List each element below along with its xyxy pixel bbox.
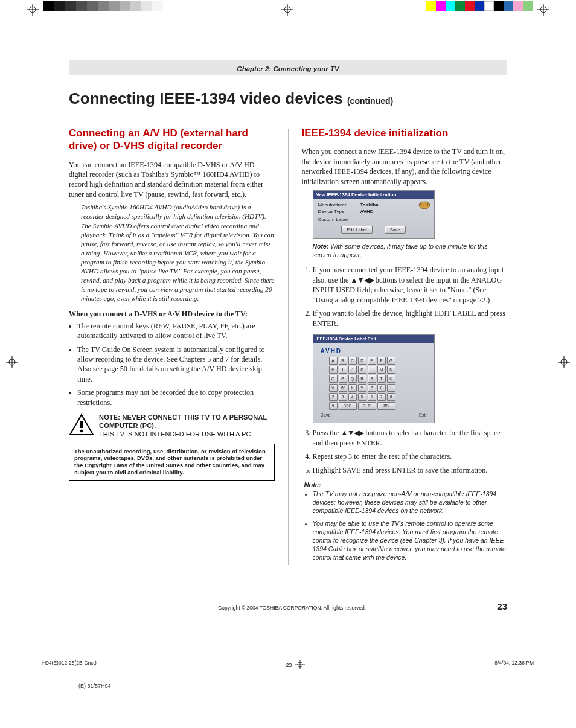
symbio-description: Toshiba's Symbio 160HD4 AVHD (audio/vide… <box>81 203 275 303</box>
keyboard-key[interactable]: CLR <box>358 402 376 410</box>
step-5: Highlight SAVE and press ENTER to save t… <box>313 465 508 475</box>
keyboard-key[interactable]: U <box>387 375 395 383</box>
keyboard-key[interactable]: G <box>387 357 395 365</box>
keyboard-key[interactable]: R <box>358 375 366 383</box>
keyboard-key[interactable]: 7 <box>377 393 386 401</box>
keyboard-key[interactable]: 8 <box>387 393 395 401</box>
svg-point-17 <box>80 430 83 433</box>
right-intro: When you connect a new IEEE-1394 device … <box>302 147 508 187</box>
keyboard-key[interactable]: SPC <box>339 402 357 410</box>
left-column: Connecting an A/V HD (external hard driv… <box>69 127 275 565</box>
keyboard-key[interactable]: A <box>329 357 338 365</box>
label-field[interactable]: AVHD_ <box>318 346 429 356</box>
keyboard-key[interactable]: V <box>329 384 338 392</box>
step-2: If you want to label the device, highlig… <box>313 308 508 328</box>
keyboard-key[interactable]: L <box>368 366 376 374</box>
keyboard-key[interactable]: Z <box>368 384 376 392</box>
devicetype-label: Device Type <box>318 209 360 214</box>
keyboard-key[interactable]: P <box>339 375 347 383</box>
bullet-remote: The remote control keys (REW, PAUSE, PLA… <box>77 321 275 341</box>
custom-label-text: Custom Label <box>318 217 429 222</box>
keyboard-key[interactable]: BS <box>377 402 395 410</box>
keyboard-key[interactable]: K <box>358 366 366 374</box>
svg-rect-16 <box>80 421 83 428</box>
manufacturer-label: Manufacturer <box>318 202 360 208</box>
device-init-panel: New IEEE-1394 Device Initialization Manu… <box>313 190 435 239</box>
keyboard-key[interactable]: Q <box>348 375 357 383</box>
registration-mark-icon <box>295 660 305 671</box>
warning-line2: THIS TV IS NOT INTENDED FOR USE WITH A P… <box>99 430 275 439</box>
left-intro: You can connect an IEEE-1394 compatible … <box>69 160 275 200</box>
note-bullet-2: You may be able to use the TV's remote c… <box>313 519 508 562</box>
panel2-title: IEEE-1394 Device Label Edit <box>313 335 434 343</box>
registration-mark-icon <box>27 4 39 16</box>
page-title: Connecting IEEE-1394 video devices (cont… <box>69 89 507 112</box>
keyboard-key[interactable]: M <box>377 366 386 374</box>
keyboard-key[interactable]: E <box>368 357 376 365</box>
keyboard-key[interactable]: J <box>348 366 357 374</box>
slug-date: 8/4/04, 12:36 PM <box>494 660 534 671</box>
step-4: Repeat step 3 to enter the rest of the c… <box>313 452 508 461</box>
init-steps-cont: Press the ▲▼◀▶ buttons to select a chara… <box>302 428 508 475</box>
note-label: Note: <box>313 243 329 250</box>
manufacturer-value: Toshiba <box>360 202 379 208</box>
keyboard-key[interactable]: W <box>339 384 347 392</box>
bullet-copyprotect: Some programs may not be recorded due to… <box>77 388 275 407</box>
keyboard-key[interactable]: 5 <box>358 393 366 401</box>
keyboard-key[interactable]: 0 <box>377 384 386 392</box>
keyboard-key[interactable]: B <box>339 357 347 365</box>
warning-text: NOTE: NEVER CONNECT THIS TV TO A PERSONA… <box>99 413 275 438</box>
note-delay: Note: With some devices, it may take up … <box>313 243 508 259</box>
keyboard-key[interactable]: T <box>377 375 386 383</box>
keyboard-key[interactable]: D <box>358 357 366 365</box>
keyboard-key[interactable]: 2 <box>329 393 338 401</box>
column-divider <box>288 129 289 565</box>
keyboard-key[interactable]: 9 <box>329 402 338 410</box>
init-steps: If you have connected your IEEE-1394 dev… <box>302 265 508 328</box>
label-save-button[interactable]: Save <box>321 412 331 418</box>
note-bullet-1: The TV may not recognize non-A/V or non-… <box>313 490 508 516</box>
keyboard-key[interactable]: 4 <box>348 393 357 401</box>
keyboard-key[interactable]: 1 <box>387 384 395 392</box>
left-heading: Connecting an A/V HD (external hard driv… <box>69 127 275 153</box>
keyboard-key[interactable]: 6 <box>368 393 376 401</box>
copyright-legal-box: The unauthorized recording, use, distrib… <box>69 444 275 481</box>
arrow-buttons-icon: ▲▼◀▶ <box>350 276 373 284</box>
chapter-heading: Chapter 2: Connecting your TV <box>69 60 507 75</box>
registration-mark-icon <box>6 356 18 368</box>
step-1: If you have connected your IEEE-1394 dev… <box>313 265 508 305</box>
label-exit-button[interactable]: Exit <box>419 412 427 418</box>
bullet-tvguide: The TV Guide On Screen system is automat… <box>77 345 275 385</box>
note-delay-text: With some devices, it may take up to one… <box>313 243 488 258</box>
keyboard-key[interactable]: F <box>377 357 386 365</box>
warning-triangle-icon <box>69 413 94 436</box>
slug-page: 23 <box>286 662 292 668</box>
slug-file: H94(E)012-25(2B-Cnct) <box>42 660 97 671</box>
keyboard-key[interactable]: X <box>348 384 357 392</box>
page-content: Chapter 2: Connecting your TV Connecting… <box>0 24 576 636</box>
keyboard-key[interactable]: S <box>368 375 376 383</box>
svg-point-18 <box>419 202 430 209</box>
step3-a: Press the <box>313 429 341 437</box>
keyboard-key[interactable]: N <box>387 366 395 374</box>
two-column-layout: Connecting an A/V HD (external hard driv… <box>69 127 507 565</box>
tiger-icon <box>418 201 430 209</box>
keyboard-key[interactable]: C <box>348 357 357 365</box>
keyboard-key[interactable]: Y <box>358 384 366 392</box>
bottom-model-tag: (E) 51/57H94 <box>78 683 576 689</box>
keyboard-key[interactable]: H <box>329 366 338 374</box>
right-column: IEEE-1394 device initialization When you… <box>302 127 508 565</box>
keyboard-key[interactable]: 3 <box>339 393 347 401</box>
note-bullets: The TV may not recognize non-A/V or non-… <box>302 490 508 561</box>
keyboard-key[interactable]: I <box>339 366 347 374</box>
devicetype-value: AVHD <box>360 209 374 214</box>
registration-mark-icon <box>281 4 293 16</box>
color-bars-icon <box>426 1 533 11</box>
note-heading: Note: <box>302 481 508 488</box>
edit-label-button[interactable]: Edit Label <box>341 226 372 234</box>
page-title-continued: (continued) <box>347 96 393 106</box>
panel1-title: New IEEE-1394 Device Initialization <box>313 191 434 199</box>
save-button[interactable]: Save <box>385 226 406 234</box>
keyboard-key[interactable]: O <box>329 375 338 383</box>
grayscale-bars-icon <box>43 1 163 11</box>
